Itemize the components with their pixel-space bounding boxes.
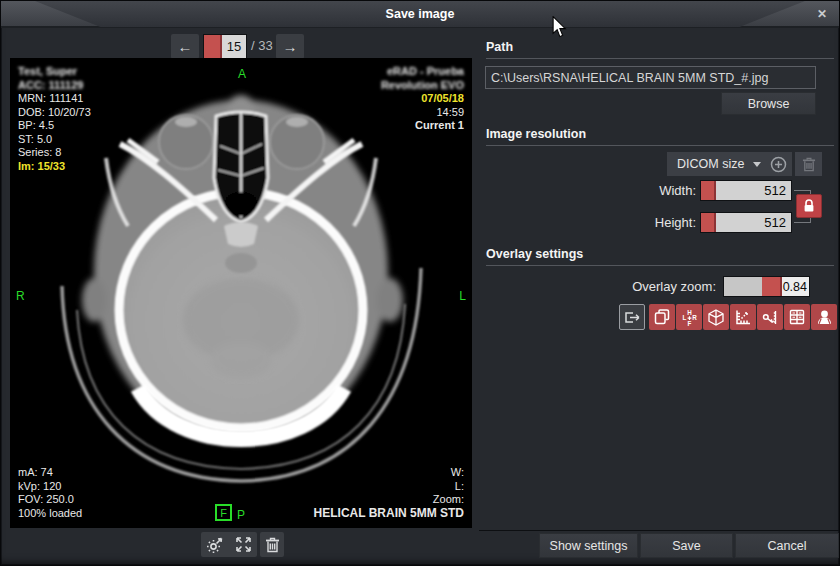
preset-value: DICOM size <box>667 157 744 171</box>
ct-image-viewport: Test, Super ACC: 111129 MRN: 111141 DOB:… <box>10 58 472 528</box>
titlebar: Save image ✕ <box>1 1 840 28</box>
station-name: eRAD - Prueba <box>381 65 464 79</box>
preset-dropdown[interactable]: DICOM size <box>667 152 792 176</box>
orientation-cube-icon <box>708 309 724 326</box>
chevron-down-icon <box>753 162 761 167</box>
patient-name: Test, Super <box>18 65 91 79</box>
svg-text:F: F <box>687 319 691 325</box>
width-label: Width: <box>556 183 696 198</box>
path-section-title: Path <box>486 40 513 54</box>
fov: FOV: 250.0 <box>18 493 82 507</box>
export-overlay-toggle[interactable] <box>619 304 645 330</box>
level-value: L: <box>314 480 464 494</box>
image-number: Im: 15/33 <box>18 160 91 174</box>
acquisition-overlay: mA: 74 kVp: 120 FOV: 250.0 100% loaded <box>18 466 82 520</box>
aspect-lock-button[interactable] <box>796 194 822 218</box>
kvp: kVp: 120 <box>18 480 82 494</box>
save-image-dialog: Save image ✕ ← 15 / 33 → <box>0 0 840 566</box>
loaded-status: 100% loaded <box>18 507 82 521</box>
svg-text:R: R <box>692 314 697 321</box>
height-value: 512 <box>716 213 791 232</box>
width-value: 512 <box>716 181 791 200</box>
orientation-markers-icon: HLRF <box>681 309 698 326</box>
footer-divider <box>479 530 840 531</box>
height-spinner[interactable]: 512 <box>700 212 792 233</box>
overlay-zoom-label: Overlay zoom: <box>546 279 716 294</box>
next-image-button[interactable]: → <box>276 34 304 59</box>
cancel-button[interactable]: Cancel <box>735 533 839 558</box>
window-title: Save image <box>35 1 805 27</box>
svg-text:L: L <box>682 314 686 321</box>
overlay-frames-icon <box>654 309 670 325</box>
spinner-thumb[interactable] <box>204 35 222 58</box>
ma: mA: 74 <box>18 466 82 480</box>
image-count-label: / 33 <box>251 38 273 53</box>
annotations-icon <box>762 309 779 326</box>
current-label: Current 1 <box>381 119 464 133</box>
show-settings-button[interactable]: Show settings <box>539 533 638 558</box>
auto-window-icon[interactable] <box>207 536 224 553</box>
overlay-section-title: Overlay settings <box>486 247 583 261</box>
height-label: Height: <box>556 215 696 230</box>
st: ST: 5.0 <box>18 133 91 147</box>
resolution-section-title: Image resolution <box>486 127 586 141</box>
orientation-cube-toggle[interactable] <box>703 304 729 330</box>
add-preset-button[interactable] <box>770 156 787 173</box>
series-description: HELICAL BRAIN 5MM STD <box>314 507 464 521</box>
overlay-zoom-slider[interactable]: 0.84 <box>723 276 810 297</box>
trash-icon <box>265 537 280 553</box>
height-spinner-thumb[interactable] <box>701 213 716 232</box>
orientation-marker-l: L <box>459 289 466 303</box>
zoom-value: Zoom: <box>314 493 464 507</box>
width-spinner[interactable]: 512 <box>700 180 792 201</box>
lock-icon <box>803 199 815 213</box>
bp: BP: 4.5 <box>18 119 91 133</box>
orientation-markers-toggle[interactable]: HLRF <box>676 304 702 330</box>
ruler-icon <box>735 309 751 325</box>
accession-number: ACC: 111129 <box>18 79 91 93</box>
annotations-toggle[interactable] <box>757 304 783 330</box>
window-level-overlay: W: L: Zoom: HELICAL BRAIN 5MM STD <box>314 466 464 520</box>
overlay-zoom-value: 0.84 <box>782 277 809 296</box>
orientation-marker-r: R <box>16 289 25 303</box>
patient-info-overlay: Test, Super ACC: 111129 MRN: 111141 DOB:… <box>18 65 91 173</box>
prev-image-button[interactable]: ← <box>171 34 199 59</box>
path-input[interactable] <box>485 66 816 89</box>
dob: DOB: 10/20/73 <box>18 106 91 120</box>
overlay-zoom-thumb[interactable] <box>762 277 782 296</box>
overlay-zoom-track[interactable] <box>724 277 762 296</box>
scanner-model: Revolution EVO <box>381 79 464 93</box>
patient-info-icon <box>816 309 833 325</box>
ruler-toggle[interactable] <box>730 304 756 330</box>
resolution-divider <box>486 145 834 146</box>
mrn: MRN: 111141 <box>18 92 91 106</box>
delete-preset-button[interactable] <box>795 152 822 176</box>
orientation-marker-a: A <box>238 67 246 81</box>
fit-to-window-icon[interactable] <box>235 536 252 553</box>
dicom-grid-toggle[interactable] <box>784 304 810 330</box>
orientation-marker-p: P <box>237 508 245 522</box>
browse-button[interactable]: Browse <box>721 92 816 115</box>
overlay-divider <box>486 265 834 266</box>
window-value: W: <box>314 466 464 480</box>
add-preset-icon <box>770 156 787 173</box>
image-index-spinner[interactable]: 15 <box>203 34 247 59</box>
close-button[interactable]: ✕ <box>814 6 830 22</box>
study-date: 07/05/18 <box>381 92 464 106</box>
width-spinner-thumb[interactable] <box>701 181 716 200</box>
orientation-marker-f: F <box>215 504 232 521</box>
series: Series: 8 <box>18 146 91 160</box>
study-time: 14:59 <box>381 106 464 120</box>
viewer-toolbar <box>201 532 257 557</box>
delete-image-button[interactable] <box>260 532 284 557</box>
dicom-grid-icon <box>789 309 805 325</box>
export-overlay-icon <box>624 310 641 325</box>
patient-info-toggle[interactable] <box>811 304 837 330</box>
image-index-value: 15 <box>222 35 246 58</box>
trash-icon <box>802 157 816 172</box>
path-divider <box>486 58 834 59</box>
overlay-frames-toggle[interactable] <box>649 304 675 330</box>
study-info-overlay: eRAD - Prueba Revolution EVO 07/05/18 14… <box>381 65 464 133</box>
save-button[interactable]: Save <box>640 533 733 558</box>
